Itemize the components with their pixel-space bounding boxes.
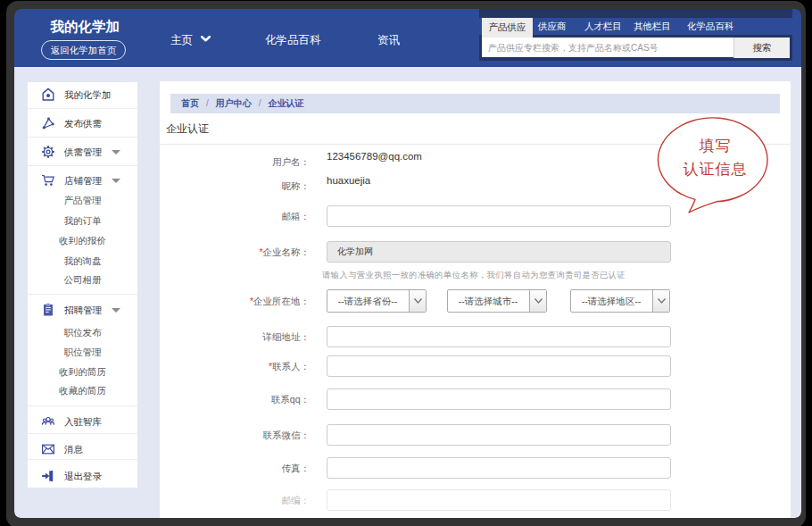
svg-text:填写: 填写: [700, 138, 732, 154]
svg-text:认证信息: 认证信息: [684, 161, 748, 178]
